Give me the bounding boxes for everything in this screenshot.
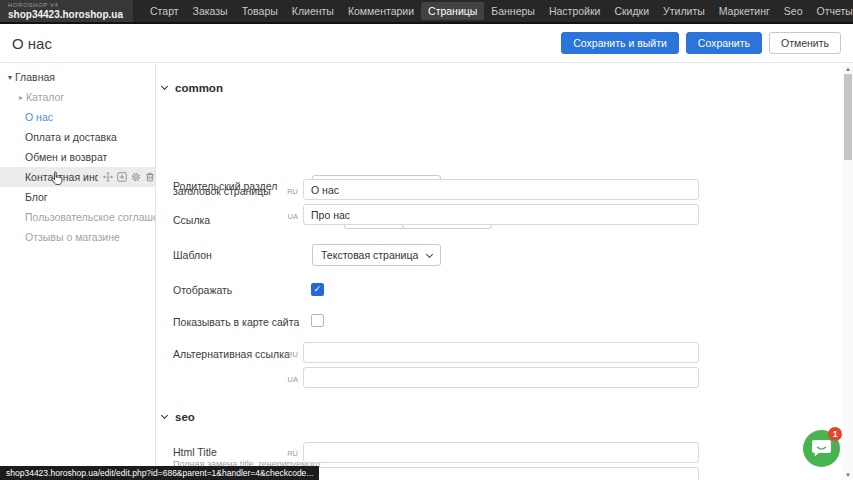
collapse-chevron-icon [161, 83, 168, 90]
html-title-ua-input[interactable] [303, 467, 699, 480]
tree-item-exchange-return[interactable]: Обмен и возврат [0, 147, 155, 167]
lang-tag-ru: RU [282, 350, 298, 359]
template-label: Шаблон [173, 249, 212, 261]
template-select[interactable]: Текстовая страница [312, 244, 441, 266]
tree-item-store-reviews[interactable]: Отзывы о магазине [0, 227, 155, 247]
tree-item-contact-info[interactable]: Контактная инфор [0, 167, 155, 187]
scroll-up-icon[interactable]: ▲ [843, 66, 853, 72]
menu-item-seo[interactable]: Seo [777, 2, 810, 20]
menu-item-banners[interactable]: Баннеры [484, 2, 542, 20]
sitemap-label: Показывать в карте сайта [173, 316, 299, 328]
top-navigation-bar: HOROSHOP V4 shop34423.horoshop.ua Старт … [0, 0, 853, 24]
vertical-scrollbar[interactable]: ▲ ▼ [843, 64, 853, 480]
tree-item-user-agreement[interactable]: Пользовательское соглашение [0, 207, 155, 227]
chevron-down-icon[interactable]: ▾ [5, 73, 15, 82]
chat-bubble-icon [811, 439, 832, 458]
alt-link-label: Альтернативная ссылка [173, 348, 290, 360]
page-title-ua-input[interactable] [303, 204, 699, 225]
link-label: Ссылка [173, 214, 210, 226]
save-button[interactable]: Сохранить [686, 32, 762, 54]
alt-link-ua-input[interactable] [303, 367, 699, 388]
collapse-chevron-icon [161, 412, 168, 419]
page-title: О нас [12, 35, 52, 52]
chevron-right-icon[interactable]: ▸ [16, 93, 26, 102]
section-common[interactable]: common [162, 82, 223, 94]
link-status-tooltip: shop34423.horoshop.ua/edit/edit.php?id=6… [0, 466, 319, 480]
tree-item-catalog[interactable]: ▸ Каталог [0, 87, 155, 107]
lang-tag-ru: RU [282, 449, 298, 458]
tree-item-blog[interactable]: Блог [0, 187, 155, 207]
alt-link-ru-input[interactable] [303, 342, 699, 363]
header-actions: Сохранить и выйти Сохранить Отменить [561, 32, 853, 54]
add-icon[interactable] [117, 172, 127, 182]
chevron-down-icon [426, 250, 433, 257]
chat-notification-badge: 1 [828, 427, 842, 441]
mouse-hand-cursor [50, 171, 63, 187]
scroll-down-icon[interactable]: ▼ [843, 472, 853, 478]
chat-widget-button[interactable]: 1 [803, 430, 840, 467]
delete-trash-icon[interactable] [145, 172, 155, 182]
menu-item-start[interactable]: Старт [143, 2, 186, 20]
menu-item-settings[interactable]: Настройки [542, 2, 608, 20]
brand-version-label: HOROSHOP V4 [8, 2, 123, 9]
menu-item-discounts[interactable]: Скидки [607, 2, 656, 20]
page-edit-form: common Родительский раздел Главная Ссылк… [156, 63, 843, 480]
save-and-exit-button[interactable]: Сохранить и выйти [561, 32, 679, 54]
menu-item-comments[interactable]: Комментарии [341, 2, 421, 20]
menu-item-marketing[interactable]: Маркетинг [712, 2, 777, 20]
scrollbar-thumb[interactable] [844, 74, 852, 160]
menu-item-utilities[interactable]: Утилиты [656, 2, 712, 20]
menu-item-orders[interactable]: Заказы [186, 2, 235, 20]
pages-tree-sidebar: ▾ Главная ▸ Каталог О нас Оплата и доста… [0, 64, 156, 480]
tree-item-payment-delivery[interactable]: Оплата и доставка [0, 127, 155, 147]
menu-item-reports[interactable]: Отчеты [810, 2, 853, 20]
html-title-ru-input[interactable] [303, 442, 699, 463]
brand-domain-label: shop34423.horoshop.ua [8, 9, 123, 20]
menu-item-pages[interactable]: Страницы [421, 2, 484, 20]
page-title-ru-input[interactable] [303, 179, 699, 200]
tree-item-home[interactable]: ▾ Главная [0, 67, 155, 87]
display-checkbox[interactable] [311, 283, 324, 296]
page-title-label: заголовок страницы [173, 185, 271, 197]
move-icon[interactable] [103, 172, 113, 182]
lang-tag-ru: RU [282, 187, 298, 196]
display-label: Отображать [173, 284, 232, 296]
settings-gear-icon[interactable] [131, 172, 141, 182]
cancel-button[interactable]: Отменить [769, 32, 841, 54]
sitemap-checkbox[interactable] [311, 314, 324, 327]
menu-item-clients[interactable]: Клиенты [285, 2, 341, 20]
page: HOROSHOP V4 shop34423.horoshop.ua Старт … [0, 0, 853, 480]
html-title-label: Html Title [173, 446, 217, 458]
page-header: О нас Сохранить и выйти Сохранить Отмени… [0, 24, 853, 63]
tree-item-about-us[interactable]: О нас [0, 107, 155, 127]
lang-tag-ua: UA [282, 212, 298, 221]
menu-item-products[interactable]: Товары [235, 2, 285, 20]
brand-logo[interactable]: HOROSHOP V4 shop34423.horoshop.ua [0, 0, 133, 22]
main-menu: Старт Заказы Товары Клиенты Комментарии … [143, 2, 853, 20]
lang-tag-ua: UA [282, 375, 298, 384]
section-seo[interactable]: seo [162, 411, 195, 423]
